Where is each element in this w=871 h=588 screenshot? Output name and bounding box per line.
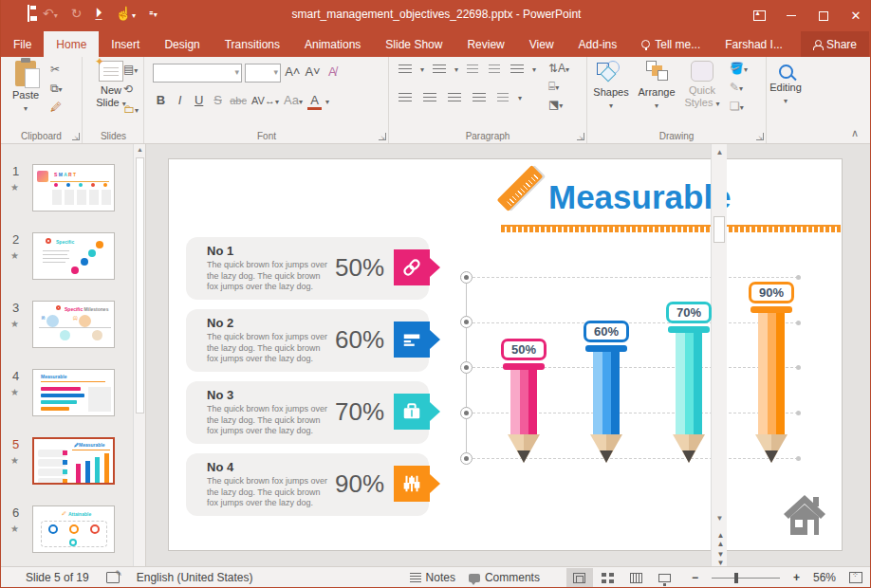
- italic-button[interactable]: I: [173, 93, 187, 107]
- share-button[interactable]: Share: [801, 31, 869, 57]
- bullets-icon[interactable]: [398, 64, 412, 75]
- reading-view-button[interactable]: [623, 568, 650, 588]
- shape-fill-icon[interactable]: 🪣▾: [730, 62, 748, 75]
- font-size-combo[interactable]: [245, 64, 281, 83]
- tab-addins[interactable]: Add-ins: [566, 31, 630, 57]
- maximize-icon[interactable]: [807, 0, 840, 31]
- drawing-dialog-launcher[interactable]: [756, 133, 764, 140]
- comments-button[interactable]: Comments: [469, 571, 540, 584]
- shrink-font-icon[interactable]: A˅: [305, 64, 320, 79]
- strikethrough-button[interactable]: S: [211, 93, 225, 107]
- minimize-icon[interactable]: [775, 0, 807, 31]
- main-scrollbar[interactable]: ▲ ▼ ▲▲ ▼▼: [711, 144, 727, 566]
- tab-design[interactable]: Design: [152, 31, 212, 57]
- ribbon-display-options-icon[interactable]: [743, 0, 775, 31]
- slide-title[interactable]: Measurable: [548, 178, 732, 216]
- copy-icon[interactable]: ⧉▾: [50, 82, 63, 95]
- spellcheck-icon[interactable]: [106, 572, 120, 583]
- fit-slide-icon[interactable]: [849, 572, 862, 583]
- notes-button[interactable]: Notes: [410, 571, 455, 584]
- slide-editor[interactable]: Measurable No 1 The quick brown fox jump…: [169, 159, 842, 550]
- slide-thumbnail-2[interactable]: Specific: [32, 232, 115, 280]
- tab-home[interactable]: Home: [44, 31, 99, 57]
- list-item[interactable]: No 1 The quick brown fox jumps over the …: [186, 237, 429, 300]
- list-item[interactable]: No 2 The quick brown fox jumps over the …: [186, 309, 429, 372]
- arrange-button[interactable]: Arrange▾: [635, 61, 678, 110]
- quick-styles-button[interactable]: Quick Styles ▾: [680, 61, 724, 108]
- font-color-icon[interactable]: A: [307, 93, 322, 110]
- home-icon[interactable]: [782, 493, 827, 541]
- character-spacing-icon[interactable]: AV↔▾: [251, 95, 279, 106]
- tab-review[interactable]: Review: [454, 31, 516, 57]
- scrollbar-thumb[interactable]: [713, 216, 725, 243]
- tab-animations[interactable]: Animations: [292, 31, 373, 57]
- tab-insert[interactable]: Insert: [99, 31, 152, 57]
- bold-button[interactable]: B: [154, 93, 168, 107]
- zoom-in-icon[interactable]: +: [793, 571, 800, 584]
- subscript-icon[interactable]: abc: [230, 95, 247, 106]
- numbering-icon[interactable]: [433, 64, 446, 75]
- shape-outline-icon[interactable]: ✎▾: [730, 81, 748, 94]
- zoom-slider[interactable]: [712, 578, 780, 579]
- tab-tellme[interactable]: Tell me...: [629, 31, 713, 57]
- zoom-level[interactable]: 56%: [813, 571, 836, 584]
- slide-thumbnail-6[interactable]: 🖉 Attainable: [32, 505, 115, 553]
- cut-icon[interactable]: ✂: [50, 63, 63, 76]
- align-right-icon[interactable]: [448, 93, 461, 103]
- underline-button[interactable]: U: [192, 93, 206, 107]
- tab-view[interactable]: View: [517, 31, 566, 57]
- align-text-icon[interactable]: ⌸▾: [548, 80, 569, 93]
- normal-view-button[interactable]: [566, 568, 593, 588]
- zoom-out-icon[interactable]: −: [692, 571, 698, 584]
- editing-button[interactable]: Editing▾: [764, 61, 807, 105]
- line-spacing-icon[interactable]: [510, 64, 524, 75]
- list-item[interactable]: No 4 The quick brown fox jumps over the …: [186, 453, 429, 516]
- decrease-indent-icon[interactable]: [467, 64, 478, 75]
- paragraph-dialog-launcher[interactable]: [577, 133, 584, 140]
- scroll-down-icon[interactable]: ▼: [712, 514, 728, 523]
- section-icon[interactable]: 🗀▾: [123, 102, 139, 116]
- tab-transitions[interactable]: Transitions: [213, 31, 292, 57]
- font-color-dropdown[interactable]: ▾: [325, 98, 329, 106]
- font-name-combo[interactable]: [153, 64, 242, 83]
- justify-icon[interactable]: [473, 93, 486, 103]
- smartart-icon[interactable]: ⬔▾: [548, 98, 569, 111]
- font-dialog-launcher[interactable]: [379, 133, 386, 140]
- zoom-slider-thumb[interactable]: [734, 573, 738, 583]
- paste-button[interactable]: Paste▾: [4, 61, 47, 113]
- grow-font-icon[interactable]: A˄: [285, 64, 300, 79]
- pencil-tip: [517, 450, 530, 463]
- slide-thumbnail-3[interactable]: Specific Milestones 🖹 🕮: [32, 301, 115, 348]
- slide-thumbnail-5-selected[interactable]: 🖉Measurable: [32, 437, 115, 485]
- collapse-ribbon-icon[interactable]: ∧: [851, 127, 859, 139]
- shapes-button[interactable]: Shapes▾: [589, 61, 633, 110]
- columns-icon[interactable]: [497, 93, 509, 103]
- scroll-up-icon[interactable]: ▲: [712, 148, 728, 156]
- format-painter-icon[interactable]: 🖉: [50, 101, 63, 114]
- slide-sorter-button[interactable]: [595, 568, 621, 588]
- reset-slide-icon[interactable]: ⟲: [123, 83, 139, 96]
- clipboard-dialog-launcher[interactable]: [72, 133, 80, 140]
- slide-thumbnail-4[interactable]: Measurable: [32, 369, 115, 416]
- slide-layout-icon[interactable]: ▤▾: [123, 63, 139, 76]
- text-direction-icon[interactable]: ⇅A▾: [548, 62, 569, 75]
- tab-file[interactable]: File: [1, 31, 44, 57]
- language-indicator[interactable]: English (United States): [137, 571, 253, 584]
- scroll-up-icon[interactable]: ▲: [137, 146, 143, 153]
- next-slide-icon[interactable]: ▼▼: [712, 550, 728, 567]
- scrollbar-thumb[interactable]: [136, 157, 144, 413]
- align-left-icon[interactable]: [398, 93, 412, 103]
- previous-slide-icon[interactable]: ▲▲: [712, 531, 728, 548]
- list-item[interactable]: No 3 The quick brown fox jumps over the …: [186, 381, 429, 444]
- tab-slideshow[interactable]: Slide Show: [373, 31, 454, 57]
- clear-formatting-icon[interactable]: A̸: [325, 64, 340, 79]
- account-name[interactable]: Farshad I...: [713, 31, 795, 57]
- increase-indent-icon[interactable]: [489, 64, 500, 75]
- slide-thumbnail-1[interactable]: S M A R T: [32, 164, 115, 211]
- change-case-icon[interactable]: Aa▾: [284, 93, 303, 107]
- close-icon[interactable]: ✕: [840, 0, 871, 31]
- align-center-icon[interactable]: [423, 93, 436, 103]
- thumbnail-scrollbar[interactable]: ▲: [133, 144, 145, 566]
- shape-effects-icon[interactable]: ❏▾: [730, 100, 748, 113]
- slideshow-button[interactable]: [652, 568, 678, 588]
